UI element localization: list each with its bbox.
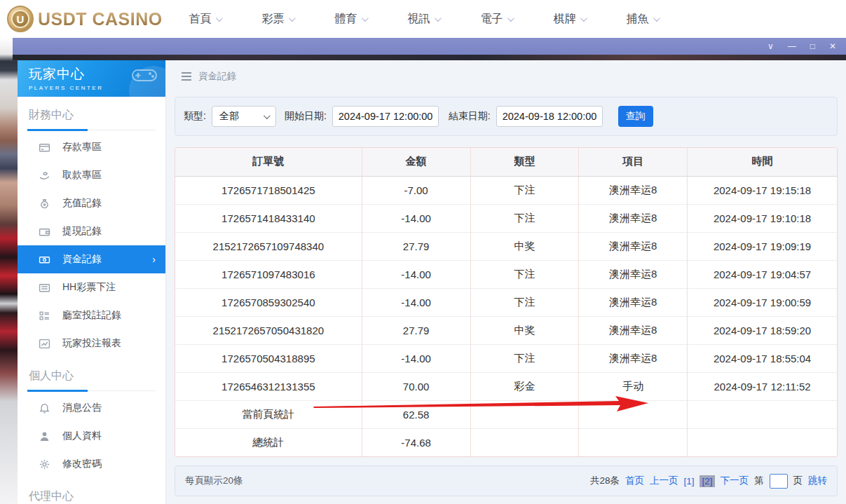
type-select[interactable]: 全部: [212, 106, 276, 127]
sidebar-item-label: 資金記錄: [62, 253, 102, 266]
table-header-row: 訂單號金額類型項目時間: [175, 148, 837, 176]
nav-menu-item[interactable]: 電子: [460, 12, 533, 27]
jump-button[interactable]: 跳转: [808, 475, 827, 487]
sidebar-item-banknote[interactable]: 資金記錄 ›: [18, 245, 165, 273]
table-cell: 澳洲幸运8: [579, 344, 688, 372]
jump-page-input[interactable]: [770, 474, 788, 489]
nav-menu-item[interactable]: 首頁: [168, 12, 241, 27]
pagination-bar: 每頁顯示20條 共28条 首页 上一页 [1] [2] 下一页 第 页 跳转: [175, 465, 838, 496]
table-cell: 下注: [470, 344, 579, 372]
sidebar-item-lottery-list[interactable]: HH彩票下注: [18, 273, 165, 301]
records-table: 訂單號金額類型項目時間 1726571718501425-7.00下注澳洲幸运8…: [175, 147, 838, 457]
first-page-link[interactable]: 首页: [625, 475, 644, 487]
chevron-down-icon: [434, 15, 441, 22]
chevron-down-icon: [288, 15, 295, 22]
table-cell: 下注: [470, 260, 579, 288]
prev-page-link[interactable]: 上一页: [650, 475, 678, 487]
sidebar-item-money-bag[interactable]: 充值記錄: [18, 189, 165, 217]
page-size-text: 每頁顯示20條: [185, 475, 243, 487]
nav-menu-label: 首頁: [189, 12, 212, 27]
summary-row: 當前頁統計62.58: [175, 400, 837, 428]
page-1-link[interactable]: [1]: [683, 476, 694, 486]
type-label: 類型:: [184, 110, 206, 123]
main-content: 資金記錄 類型: 全部 開始日期: 結束日期: 查詢 訂單號金額類型項目時間 1…: [166, 60, 846, 504]
table-cell: 62.58: [362, 400, 470, 428]
menu-toggle-icon[interactable]: [182, 72, 191, 81]
table-cell: 下注: [470, 288, 579, 316]
table-cell: [688, 400, 837, 428]
window-chevron-icon[interactable]: ∨: [767, 42, 774, 50]
table-cell: 澳洲幸运8: [579, 316, 688, 344]
table-cell: 澳洲幸运8: [579, 176, 688, 204]
sidebar-item-label: 廳室投註記錄: [62, 309, 121, 322]
background-photo: [0, 38, 18, 504]
table-row: 1726571418433140-14.00下注澳洲幸运82024-09-17 …: [175, 204, 837, 232]
table-cell: 27.79: [362, 316, 470, 344]
lottery-list-icon: [39, 282, 50, 294]
sidebar-item-withdraw-hand[interactable]: 取款專區: [18, 161, 165, 189]
sidebar-item-user[interactable]: 個人資料: [18, 422, 165, 450]
table-row: 1726570859302540-14.00下注澳洲幸运82024-09-17 …: [175, 288, 837, 316]
withdraw-hand-icon: [39, 170, 50, 182]
nav-menu-item[interactable]: 彩票: [241, 12, 314, 27]
table-cell: 27.79: [362, 232, 470, 260]
column-header: 類型: [470, 148, 579, 176]
table-row: 1726571718501425-7.00下注澳洲幸运82024-09-17 1…: [175, 176, 837, 204]
sidebar-item-wallet[interactable]: 提現記錄: [18, 217, 165, 245]
sidebar-item-report-chart[interactable]: 玩家投注報表: [18, 329, 165, 357]
table-cell: [470, 428, 579, 456]
chevron-down-icon: [361, 15, 368, 22]
table-cell: -7.00: [362, 176, 470, 204]
table-cell: 2024-09-17 19:04:57: [688, 260, 837, 288]
sidebar-item-clipboard-list[interactable]: 廳室投註記錄: [18, 301, 165, 329]
sidebar-item-gear[interactable]: 修改密碼: [18, 450, 165, 478]
column-header: 項目: [579, 148, 688, 176]
query-button[interactable]: 查詢: [618, 106, 653, 127]
nav-menu-item[interactable]: 視訊: [387, 12, 460, 27]
banner-subtitle: PLAYERS CENTER: [29, 85, 165, 91]
sidebar-item-bell[interactable]: 消息公告: [18, 394, 165, 422]
table-cell: [579, 428, 688, 456]
chevron-down-icon: [653, 15, 660, 22]
nav-menu-item[interactable]: 棋牌: [533, 12, 606, 27]
sidebar-section: 財務中心 存款專區 取款專區 充值記錄 提現記錄 資金記錄 › HH彩票下注 廳…: [18, 104, 165, 357]
end-date-input[interactable]: [496, 106, 603, 127]
table-cell: 2024-09-17 19:10:18: [688, 204, 837, 232]
sidebar-item-label: HH彩票下注: [62, 281, 116, 294]
sidebar-item-label: 個人資料: [62, 430, 102, 442]
window-close-icon[interactable]: ✕: [829, 42, 836, 50]
gamepad-icon: [130, 64, 158, 88]
table-cell: 中奖: [470, 232, 579, 260]
table-cell: 1726546312131355: [175, 372, 362, 400]
sidebar-section: 代理中心: [18, 485, 165, 504]
sidebar: 玩家中心 PLAYERS CENTER 財務中心 存款專區 取款專區 充值記錄 …: [18, 60, 166, 504]
usdt-coin-icon: U: [7, 6, 34, 32]
nav-menu-item[interactable]: 捕魚: [606, 12, 678, 27]
nav-menu-item[interactable]: 體育: [314, 12, 387, 27]
table-cell: 1726570859302540: [175, 288, 362, 316]
window-maximize-icon[interactable]: □: [810, 42, 815, 50]
top-nav: U USDT CASINO 首頁 彩票 體育 視訊 電子 棋牌 捕魚: [0, 0, 846, 38]
money-bag-icon: [39, 198, 50, 210]
table-cell: [688, 428, 837, 456]
next-page-link[interactable]: 下一页: [721, 475, 749, 487]
filter-bar: 類型: 全部 開始日期: 結束日期: 查詢: [175, 97, 838, 136]
table-cell: 中奖: [470, 316, 579, 344]
start-date-input[interactable]: [332, 106, 439, 127]
brand-logo[interactable]: U USDT CASINO: [0, 6, 168, 32]
table-cell: 2024-09-17 19:00:59: [688, 288, 837, 316]
table-cell: [579, 400, 688, 428]
window-minimize-icon[interactable]: —: [788, 42, 796, 50]
table-cell: 1726571718501425: [175, 176, 362, 204]
sidebar-item-label: 消息公告: [62, 402, 102, 414]
table-row: 1726571097483016-14.00下注澳洲幸运82024-09-17 …: [175, 260, 837, 288]
brand-name: USDT CASINO: [38, 9, 163, 29]
deposit-card-icon: [39, 142, 50, 154]
table-row: 1726570504318895-14.00下注澳洲幸运82024-09-17 …: [175, 344, 837, 372]
sidebar-item-deposit-card[interactable]: 存款專區: [18, 133, 165, 161]
table-cell: 澳洲幸运8: [579, 232, 688, 260]
report-chart-icon: [39, 338, 50, 350]
page-2-current[interactable]: [2]: [700, 475, 714, 487]
table-cell: -14.00: [362, 344, 470, 372]
sidebar-item-label: 充值記錄: [62, 197, 102, 210]
